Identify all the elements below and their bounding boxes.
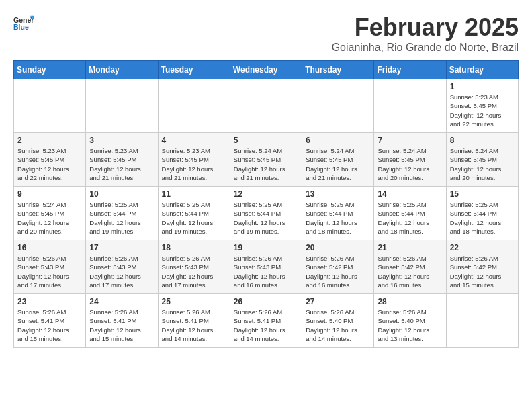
calendar-cell: 24Sunrise: 5:26 AM Sunset: 5:41 PM Dayli…	[86, 294, 158, 348]
calendar-table: SundayMondayTuesdayWednesdayThursdayFrid…	[13, 60, 519, 348]
calendar-cell	[230, 79, 302, 133]
day-info: Sunrise: 5:24 AM Sunset: 5:45 PM Dayligh…	[234, 146, 298, 182]
day-info: Sunrise: 5:26 AM Sunset: 5:43 PM Dayligh…	[89, 254, 154, 289]
calendar-cell	[14, 79, 86, 133]
svg-text:Blue: Blue	[13, 23, 29, 31]
day-info: Sunrise: 5:25 AM Sunset: 5:44 PM Dayligh…	[234, 200, 298, 236]
calendar-cell: 10Sunrise: 5:25 AM Sunset: 5:44 PM Dayli…	[86, 187, 158, 240]
calendar-cell: 3Sunrise: 5:23 AM Sunset: 5:45 PM Daylig…	[86, 133, 158, 187]
day-number: 16	[17, 243, 82, 253]
day-info: Sunrise: 5:26 AM Sunset: 5:40 PM Dayligh…	[378, 308, 442, 343]
calendar-cell: 23Sunrise: 5:26 AM Sunset: 5:41 PM Dayli…	[14, 294, 86, 348]
day-number: 8	[450, 136, 515, 145]
calendar-cell: 12Sunrise: 5:25 AM Sunset: 5:44 PM Dayli…	[230, 187, 302, 240]
calendar-cell: 20Sunrise: 5:26 AM Sunset: 5:42 PM Dayli…	[302, 240, 374, 294]
day-info: Sunrise: 5:26 AM Sunset: 5:42 PM Dayligh…	[306, 254, 370, 289]
weekday-header: Wednesday	[230, 61, 302, 79]
calendar-cell: 16Sunrise: 5:26 AM Sunset: 5:43 PM Dayli…	[14, 240, 86, 294]
calendar-cell	[374, 79, 446, 133]
day-number: 22	[450, 243, 515, 253]
location: Goianinha, Rio Grande do Norte, Brazil	[332, 42, 519, 54]
day-info: Sunrise: 5:26 AM Sunset: 5:43 PM Dayligh…	[17, 254, 82, 289]
day-number: 28	[378, 297, 442, 306]
day-number: 1	[450, 82, 515, 91]
day-number: 9	[17, 189, 82, 199]
day-info: Sunrise: 5:25 AM Sunset: 5:44 PM Dayligh…	[450, 200, 515, 236]
calendar-cell	[86, 79, 158, 133]
calendar-cell: 21Sunrise: 5:26 AM Sunset: 5:42 PM Dayli…	[374, 240, 446, 294]
weekday-header: Friday	[374, 61, 446, 79]
day-info: Sunrise: 5:24 AM Sunset: 5:45 PM Dayligh…	[306, 146, 370, 182]
day-info: Sunrise: 5:23 AM Sunset: 5:45 PM Dayligh…	[162, 146, 226, 182]
weekday-header: Sunday	[14, 61, 86, 79]
day-info: Sunrise: 5:26 AM Sunset: 5:41 PM Dayligh…	[162, 308, 226, 343]
day-info: Sunrise: 5:26 AM Sunset: 5:43 PM Dayligh…	[162, 254, 226, 289]
day-number: 10	[89, 189, 154, 199]
weekday-header-row: SundayMondayTuesdayWednesdayThursdayFrid…	[14, 61, 519, 79]
day-number: 20	[306, 243, 370, 253]
calendar-cell: 14Sunrise: 5:25 AM Sunset: 5:44 PM Dayli…	[374, 187, 446, 240]
day-info: Sunrise: 5:26 AM Sunset: 5:41 PM Dayligh…	[89, 308, 154, 343]
calendar-cell: 7Sunrise: 5:24 AM Sunset: 5:45 PM Daylig…	[374, 133, 446, 187]
calendar-cell: 5Sunrise: 5:24 AM Sunset: 5:45 PM Daylig…	[230, 133, 302, 187]
day-number: 11	[162, 189, 226, 199]
day-info: Sunrise: 5:25 AM Sunset: 5:44 PM Dayligh…	[89, 200, 154, 236]
day-number: 4	[162, 136, 226, 145]
day-number: 23	[17, 297, 82, 306]
calendar-cell: 6Sunrise: 5:24 AM Sunset: 5:45 PM Daylig…	[302, 133, 374, 187]
calendar-cell: 9Sunrise: 5:24 AM Sunset: 5:45 PM Daylig…	[14, 187, 86, 240]
calendar-cell: 28Sunrise: 5:26 AM Sunset: 5:40 PM Dayli…	[374, 294, 446, 348]
weekday-header: Thursday	[302, 61, 374, 79]
calendar-cell: 26Sunrise: 5:26 AM Sunset: 5:41 PM Dayli…	[230, 294, 302, 348]
calendar-cell	[302, 79, 374, 133]
day-number: 24	[89, 297, 154, 306]
calendar-cell: 8Sunrise: 5:24 AM Sunset: 5:45 PM Daylig…	[446, 133, 518, 187]
day-info: Sunrise: 5:24 AM Sunset: 5:45 PM Dayligh…	[17, 200, 82, 236]
day-info: Sunrise: 5:25 AM Sunset: 5:44 PM Dayligh…	[306, 200, 370, 236]
page-header: General Blue February 2025 Goianinha, Ri…	[13, 13, 519, 54]
day-number: 26	[234, 297, 298, 306]
day-number: 19	[234, 243, 298, 253]
day-info: Sunrise: 5:23 AM Sunset: 5:45 PM Dayligh…	[17, 146, 82, 182]
calendar-cell: 19Sunrise: 5:26 AM Sunset: 5:43 PM Dayli…	[230, 240, 302, 294]
title-block: February 2025 Goianinha, Rio Grande do N…	[332, 13, 519, 54]
day-number: 3	[89, 136, 154, 145]
calendar-cell: 22Sunrise: 5:26 AM Sunset: 5:42 PM Dayli…	[446, 240, 518, 294]
weekday-header: Tuesday	[158, 61, 230, 79]
calendar-cell: 13Sunrise: 5:25 AM Sunset: 5:44 PM Dayli…	[302, 187, 374, 240]
day-info: Sunrise: 5:23 AM Sunset: 5:45 PM Dayligh…	[450, 93, 515, 128]
calendar-week-row: 23Sunrise: 5:26 AM Sunset: 5:41 PM Dayli…	[14, 294, 519, 348]
calendar-cell: 18Sunrise: 5:26 AM Sunset: 5:43 PM Dayli…	[158, 240, 230, 294]
day-number: 25	[162, 297, 226, 306]
day-number: 27	[306, 297, 370, 306]
day-number: 21	[378, 243, 442, 253]
day-info: Sunrise: 5:26 AM Sunset: 5:41 PM Dayligh…	[234, 308, 298, 343]
day-info: Sunrise: 5:23 AM Sunset: 5:45 PM Dayligh…	[89, 146, 154, 182]
day-info: Sunrise: 5:26 AM Sunset: 5:42 PM Dayligh…	[450, 254, 515, 289]
calendar-cell: 25Sunrise: 5:26 AM Sunset: 5:41 PM Dayli…	[158, 294, 230, 348]
day-number: 7	[378, 136, 442, 145]
day-info: Sunrise: 5:24 AM Sunset: 5:45 PM Dayligh…	[378, 146, 442, 182]
calendar-week-row: 16Sunrise: 5:26 AM Sunset: 5:43 PM Dayli…	[14, 240, 519, 294]
calendar-cell: 15Sunrise: 5:25 AM Sunset: 5:44 PM Dayli…	[446, 187, 518, 240]
calendar-week-row: 1Sunrise: 5:23 AM Sunset: 5:45 PM Daylig…	[14, 79, 519, 133]
weekday-header: Monday	[86, 61, 158, 79]
logo: General Blue	[13, 13, 36, 34]
calendar-cell: 17Sunrise: 5:26 AM Sunset: 5:43 PM Dayli…	[86, 240, 158, 294]
calendar-cell: 27Sunrise: 5:26 AM Sunset: 5:40 PM Dayli…	[302, 294, 374, 348]
calendar-week-row: 2Sunrise: 5:23 AM Sunset: 5:45 PM Daylig…	[14, 133, 519, 187]
calendar-cell	[446, 294, 518, 348]
day-info: Sunrise: 5:26 AM Sunset: 5:43 PM Dayligh…	[234, 254, 298, 289]
calendar-cell: 2Sunrise: 5:23 AM Sunset: 5:45 PM Daylig…	[14, 133, 86, 187]
day-number: 15	[450, 189, 515, 199]
day-info: Sunrise: 5:26 AM Sunset: 5:41 PM Dayligh…	[17, 308, 82, 343]
day-number: 2	[17, 136, 82, 145]
day-info: Sunrise: 5:25 AM Sunset: 5:44 PM Dayligh…	[378, 200, 442, 236]
calendar-cell: 4Sunrise: 5:23 AM Sunset: 5:45 PM Daylig…	[158, 133, 230, 187]
day-number: 5	[234, 136, 298, 145]
month-title: February 2025	[332, 13, 519, 42]
day-number: 6	[306, 136, 370, 145]
day-number: 13	[306, 189, 370, 199]
weekday-header: Saturday	[446, 61, 518, 79]
day-number: 12	[234, 189, 298, 199]
